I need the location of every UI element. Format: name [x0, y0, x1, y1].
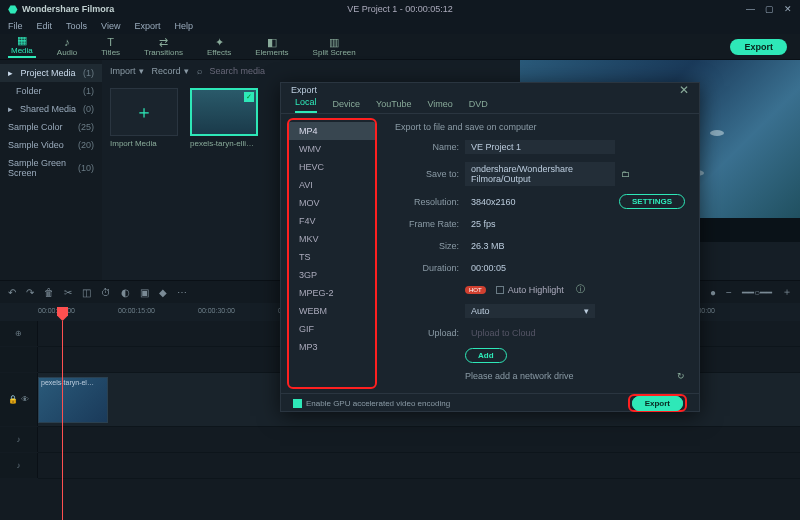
keyframe-icon[interactable]: ◆: [159, 287, 167, 298]
record-icon[interactable]: ●: [710, 287, 716, 298]
duration-value: 00:00:05: [465, 261, 615, 275]
check-icon: ✓: [244, 92, 254, 102]
tab-audio[interactable]: ♪Audio: [54, 37, 80, 57]
tab-splitscreen[interactable]: ▥Split Screen: [310, 37, 359, 57]
sidebar-item-folder[interactable]: Folder(1): [0, 82, 102, 100]
tab-titles[interactable]: TTitles: [98, 37, 123, 57]
export-tab-vimeo[interactable]: Vimeo: [427, 99, 452, 113]
menu-tools[interactable]: Tools: [66, 21, 87, 31]
auto-highlight-checkbox[interactable]: Auto Highlight: [496, 285, 564, 295]
sidebar-item-sample-video[interactable]: Sample Video(20): [0, 136, 102, 154]
export-tab-youtube[interactable]: YouTube: [376, 99, 411, 113]
app-logo-icon: ⬣: [8, 3, 18, 16]
menu-help[interactable]: Help: [174, 21, 193, 31]
tab-transitions[interactable]: ⇄Transitions: [141, 37, 186, 57]
track-audio-2[interactable]: ♪: [38, 453, 800, 479]
zoom-out-icon[interactable]: −: [726, 287, 732, 298]
folder-icon[interactable]: 🗀: [621, 169, 630, 179]
export-tab-local[interactable]: Local: [295, 97, 317, 113]
format-mkv[interactable]: MKV: [289, 230, 375, 248]
delete-icon[interactable]: 🗑: [44, 287, 54, 298]
sidebar-item-green-screen[interactable]: Sample Green Screen(10): [0, 154, 102, 182]
track-audio[interactable]: ♪: [38, 427, 800, 453]
resolution-value: 3840x2160: [465, 195, 613, 209]
transitions-icon: ⇄: [159, 37, 168, 47]
settings-button[interactable]: SETTINGS: [619, 194, 685, 209]
sidebar-item-shared[interactable]: ▸ Shared Media(0): [0, 100, 102, 118]
export-final-button[interactable]: Export: [632, 396, 683, 411]
check-icon: [293, 399, 302, 408]
export-settings: Export to file and save on computer Name…: [377, 114, 699, 393]
project-timecode: VE Project 1 - 00:00:05:12: [347, 4, 453, 14]
track-head-audio2[interactable]: ♪: [0, 453, 38, 478]
format-mp4[interactable]: MP4: [289, 122, 375, 140]
menu-export[interactable]: Export: [134, 21, 160, 31]
sidebar-item-sample-color[interactable]: Sample Color(25): [0, 118, 102, 136]
dialog-title: Export: [291, 85, 317, 95]
format-f4v[interactable]: F4V: [289, 212, 375, 230]
info-icon[interactable]: ⓘ: [576, 283, 585, 296]
greenscreen-icon[interactable]: ▣: [140, 287, 149, 298]
export-tab-device[interactable]: Device: [333, 99, 361, 113]
undo-icon[interactable]: ↶: [8, 287, 16, 298]
upload-value: Upload to Cloud: [465, 326, 615, 340]
zoom-in-icon[interactable]: ＋: [782, 285, 792, 299]
maximize-icon[interactable]: ▢: [765, 4, 774, 14]
format-wmv[interactable]: WMV: [289, 140, 375, 158]
track-head-video[interactable]: 🔒 👁: [0, 373, 38, 426]
menu-file[interactable]: File: [8, 21, 23, 31]
track-head[interactable]: ⊕: [0, 321, 38, 346]
plus-icon: ＋: [135, 100, 153, 124]
titles-icon: T: [107, 37, 114, 47]
close-icon[interactable]: ✕: [784, 4, 792, 14]
format-webm[interactable]: WEBM: [289, 302, 375, 320]
playhead[interactable]: [62, 321, 63, 520]
format-list: MP4 WMV HEVC AVI MOV F4V MKV TS 3GP MPEG…: [287, 118, 377, 389]
format-hevc[interactable]: HEVC: [289, 158, 375, 176]
size-value: 26.3 MB: [465, 239, 615, 253]
auto-dropdown[interactable]: Auto ▾: [465, 304, 595, 318]
search-input[interactable]: Search media: [210, 66, 330, 76]
refresh-icon[interactable]: ↻: [677, 371, 685, 381]
menu-view[interactable]: View: [101, 21, 120, 31]
dialog-close-icon[interactable]: ✕: [679, 83, 689, 97]
zoom-slider[interactable]: ━━○━━: [742, 287, 772, 298]
format-mpeg2[interactable]: MPEG-2: [289, 284, 375, 302]
color-icon[interactable]: ◐: [121, 287, 130, 298]
export-dialog: Export ✕ Local Device YouTube Vimeo DVD …: [280, 82, 700, 412]
tab-effects[interactable]: ✦Effects: [204, 37, 234, 57]
mode-toolbar: ▦Media ♪Audio TTitles ⇄Transitions ✦Effe…: [0, 34, 800, 60]
cut-icon[interactable]: ✂: [64, 287, 72, 298]
menu-edit[interactable]: Edit: [37, 21, 53, 31]
format-avi[interactable]: AVI: [289, 176, 375, 194]
format-mp3[interactable]: MP3: [289, 338, 375, 356]
minimize-icon[interactable]: —: [746, 4, 755, 14]
format-mov[interactable]: MOV: [289, 194, 375, 212]
elements-icon: ◧: [267, 37, 277, 47]
import-dropdown[interactable]: Import ▾: [110, 66, 144, 76]
redo-icon[interactable]: ↷: [26, 287, 34, 298]
media-thumb[interactable]: ✓ pexels-taryn-elliott-5548…: [190, 88, 258, 148]
export-button[interactable]: Export: [730, 39, 787, 55]
format-gif[interactable]: GIF: [289, 320, 375, 338]
sidebar-item-project-media[interactable]: ▸ Project Media(1): [0, 64, 102, 82]
crop-icon[interactable]: ◫: [82, 287, 91, 298]
track-head-audio[interactable]: ♪: [0, 427, 38, 452]
track-head[interactable]: [0, 347, 38, 372]
name-field[interactable]: VE Project 1: [465, 140, 615, 154]
split-icon: ▥: [329, 37, 339, 47]
gpu-checkbox[interactable]: Enable GPU accelerated video encoding: [293, 399, 450, 408]
record-dropdown[interactable]: Record ▾: [152, 66, 189, 76]
import-media-tile[interactable]: ＋ Import Media: [110, 88, 178, 148]
tab-media[interactable]: ▦Media: [8, 35, 36, 58]
speed-icon[interactable]: ⏱: [101, 287, 111, 298]
video-clip[interactable]: pexels-taryn-el…: [38, 377, 108, 423]
export-tab-dvd[interactable]: DVD: [469, 99, 488, 113]
add-button[interactable]: Add: [465, 348, 507, 363]
saveto-field[interactable]: ondershare/Wondershare Filmora/Output: [465, 162, 615, 186]
tab-elements[interactable]: ◧Elements: [252, 37, 291, 57]
format-3gp[interactable]: 3GP: [289, 266, 375, 284]
more-icon[interactable]: ⋯: [177, 287, 187, 298]
format-ts[interactable]: TS: [289, 248, 375, 266]
chevron-down-icon: ▾: [584, 306, 589, 316]
